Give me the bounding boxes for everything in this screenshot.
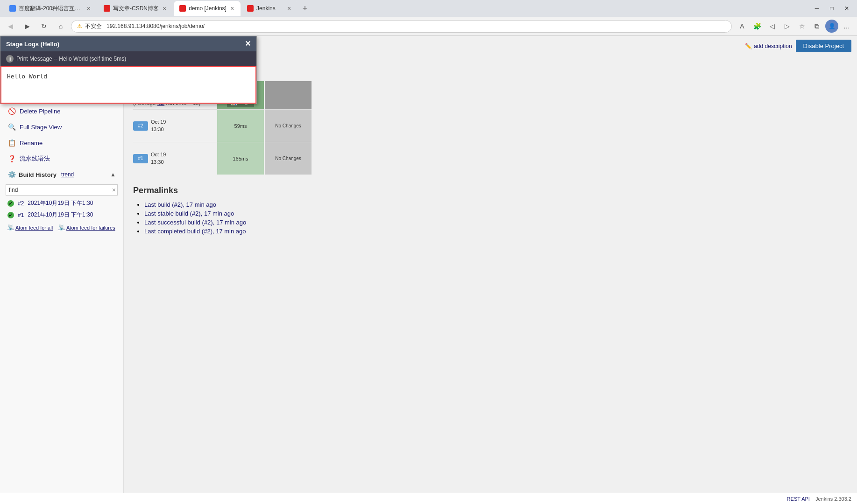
tab-1-favicon (9, 5, 16, 12)
stage-status-icon: ⏸ (6, 55, 14, 63)
address-bar: ◀ ▶ ↻ ⌂ ⚠ 不安全 192.168.91.134:8080/jenkin… (0, 17, 857, 35)
back-button[interactable]: ◀ (4, 20, 17, 33)
home-button[interactable]: ⌂ (54, 20, 67, 33)
tab-4-title: Jenkins (256, 5, 283, 12)
modal-title: Stage Logs (Hello) (6, 41, 59, 48)
browser-chrome: 百度翻译-200种语言互译, 沟通... × 写文章-CSDN博客 × demo… (0, 0, 857, 36)
user-avatar[interactable]: 👤 (825, 20, 838, 33)
close-button[interactable]: ✕ (840, 2, 853, 15)
extensions-icon[interactable]: 🧩 (751, 20, 764, 33)
modal-stage-header: ⏸ Print Message -- Hello World (self tim… (6, 55, 251, 63)
modal-body: ⏸ Print Message -- Hello World (self tim… (0, 51, 256, 66)
modal-content: Hello World (0, 66, 256, 104)
tab-3-close[interactable]: × (229, 4, 235, 13)
forward-button[interactable]: ▶ (21, 20, 34, 33)
security-warning-text: 不安全 (85, 22, 102, 30)
address-input[interactable]: ⚠ 不安全 192.168.91.134:8080/jenkins/job/de… (71, 20, 732, 33)
toolbar-icons: A 🧩 ◁ ▷ ☆ ⧉ 👤 … (736, 20, 853, 33)
tab-bar: 百度翻译-200种语言互译, 沟通... × 写文章-CSDN博客 × demo… (0, 0, 857, 17)
translate-icon[interactable]: A (736, 20, 749, 33)
tab-2-title: 写文章-CSDN博客 (113, 5, 159, 13)
modal-log-output: Hello World (7, 73, 47, 80)
forward-nav-icon[interactable]: ▷ (780, 20, 793, 33)
tab-1-close[interactable]: × (86, 4, 92, 13)
tab-4-close[interactable]: × (286, 4, 292, 13)
tab-2-favicon (104, 5, 110, 12)
tab-3[interactable]: demo [Jenkins] × (174, 1, 241, 16)
star-icon[interactable]: ☆ (795, 20, 808, 33)
tab-3-favicon (179, 5, 186, 12)
window-controls: ─ □ ✕ (810, 2, 853, 15)
tab-1-title: 百度翻译-200种语言互译, 沟通... (19, 5, 83, 13)
tab-4-favicon (247, 5, 254, 12)
refresh-button[interactable]: ↻ (37, 20, 50, 33)
modal-header: Stage Logs (Hello) ✕ (0, 36, 256, 51)
tab-1[interactable]: 百度翻译-200种语言互译, 沟通... × (4, 1, 97, 16)
tab-2-close[interactable]: × (162, 4, 167, 13)
collections-icon[interactable]: ⧉ (810, 20, 823, 33)
settings-icon[interactable]: … (840, 20, 853, 33)
minimize-button[interactable]: ─ (810, 2, 823, 15)
new-tab-button[interactable]: + (298, 2, 312, 15)
modal-stage-title: Print Message -- Hello World (self time … (16, 56, 126, 62)
main-wrapper: Stage Logs (Hello) ✕ ⏸ Print Message -- … (0, 36, 857, 504)
back-nav-icon[interactable]: ◁ (765, 20, 779, 33)
maximize-button[interactable]: □ (825, 2, 838, 15)
stage-logs-modal: Stage Logs (Hello) ✕ ⏸ Print Message -- … (0, 36, 257, 104)
modal-close-button[interactable]: ✕ (245, 40, 251, 48)
security-warning-icon: ⚠ (77, 23, 82, 29)
tab-3-title: demo [Jenkins] (189, 5, 227, 12)
tab-4[interactable]: Jenkins × (241, 1, 297, 16)
modal-overlay: Stage Logs (Hello) ✕ ⏸ Print Message -- … (0, 36, 857, 504)
address-text: 192.168.91.134:8080/jenkins/job/demo/ (106, 23, 205, 29)
tab-2[interactable]: 写文章-CSDN博客 × (98, 1, 173, 16)
